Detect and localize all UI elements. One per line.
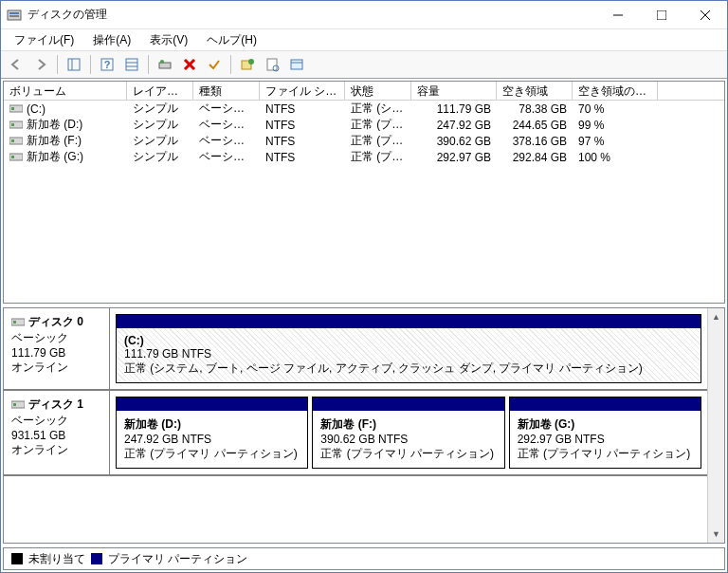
toolbar: ? [1,50,727,79]
partition-header-bar [117,315,701,328]
volume-cell: 292.97 GB [411,151,497,164]
disk-info[interactable]: ディスク 1ベーシック931.51 GBオンライン [4,391,110,474]
svg-rect-22 [291,60,302,69]
volume-cell: 97 % [573,135,658,148]
svg-point-15 [160,60,164,64]
svg-rect-27 [11,123,14,126]
partition-body: 新加卷 (G:)292.97 GB NTFS正常 (プライマリ パーティション) [510,411,701,468]
volume-cell: シンプル [127,101,193,117]
svg-rect-7 [68,59,80,70]
check-button[interactable] [203,53,226,76]
help-button[interactable]: ? [96,53,118,76]
volume-cell: NTFS [260,135,345,148]
column-header[interactable]: ファイル システム [260,82,345,100]
column-headers: ボリュームレイアウト種類ファイル システム状態容量空き領域空き領域の割... [4,82,724,101]
legend-bar: 未割り当て プライマリ パーティション [3,547,725,570]
volume-list-pane: ボリュームレイアウト種類ファイル システム状態容量空き領域空き領域の割... (… [3,81,725,304]
column-header[interactable]: 状態 [345,82,411,100]
svg-rect-35 [13,403,16,406]
volume-cell: NTFS [260,102,345,116]
column-header[interactable]: 種類 [193,82,260,100]
volume-cell: 正常 (プラ... [345,133,411,149]
svg-rect-1 [9,12,19,14]
svg-rect-20 [267,59,277,70]
minimize-button[interactable] [596,1,640,29]
svg-rect-11 [126,59,137,70]
volume-row[interactable]: 新加卷 (D:)シンプルベーシックNTFS正常 (プラ...247.92 GB2… [4,117,724,133]
back-button[interactable] [5,53,27,76]
partition-header-bar [117,397,307,411]
legend-unallocated-swatch [11,553,23,564]
maximize-button[interactable] [640,1,683,29]
column-header[interactable]: 空き領域の割... [573,82,658,100]
disk-graphical-pane: ディスク 0ベーシック111.79 GBオンライン(C:)111.79 GB N… [3,307,725,544]
disk-info[interactable]: ディスク 0ベーシック111.79 GBオンライン [4,308,110,389]
app-icon [7,8,22,23]
volume-cell: 244.65 GB [497,119,573,132]
properties-button[interactable] [261,53,283,76]
volume-rows: (C:)シンプルベーシックNTFS正常 (シス...111.79 GB78.38… [4,101,724,165]
volume-cell: ベーシック [193,133,260,149]
volume-cell: 390.62 GB [411,135,497,148]
svg-rect-33 [13,321,16,323]
disk-partitions: 新加卷 (D:)247.92 GB NTFS正常 (プライマリ パーティション)… [110,391,707,474]
action-button[interactable] [285,53,308,76]
vertical-scrollbar[interactable]: ▲ ▼ [707,308,724,543]
svg-rect-2 [9,15,19,17]
scroll-track[interactable] [708,325,724,526]
partition-box[interactable]: (C:)111.79 GB NTFS正常 (システム, ブート, ページ ファイ… [116,314,701,383]
disk-row: ディスク 1ベーシック931.51 GBオンライン新加卷 (D:)247.92 … [4,391,707,476]
volume-cell: シンプル [127,117,193,133]
svg-text:?: ? [104,59,111,70]
disk-area: ディスク 0ベーシック111.79 GBオンライン(C:)111.79 GB N… [4,308,707,543]
volume-row[interactable]: (C:)シンプルベーシックNTFS正常 (シス...111.79 GB78.38… [4,101,724,117]
column-header[interactable]: 容量 [411,82,497,100]
view-list-button[interactable] [120,53,143,76]
legend-primary-label: プライマリ パーティション [108,551,247,567]
volume-cell: 新加卷 (D:) [4,117,127,133]
svg-rect-4 [657,10,666,20]
volume-cell: 99 % [573,119,658,132]
volume-row[interactable]: 新加卷 (F:)シンプルベーシックNTFS正常 (プラ...390.62 GB3… [4,133,724,149]
column-header[interactable]: 空き領域 [497,82,573,100]
disk-partitions: (C:)111.79 GB NTFS正常 (システム, ブート, ページ ファイ… [110,308,707,389]
column-header[interactable]: ボリューム [4,82,127,100]
volume-row[interactable]: 新加卷 (G:)シンプルベーシックNTFS正常 (プラ...292.97 GB2… [4,149,724,165]
menu-action[interactable]: 操作(A) [83,30,140,50]
volume-cell: シンプル [127,149,193,165]
volume-cell: 70 % [573,102,658,116]
svg-point-19 [248,59,254,65]
partition-body: 新加卷 (D:)247.92 GB NTFS正常 (プライマリ パーティション) [117,411,307,468]
legend-primary-swatch [91,553,102,564]
show-hide-tree-button[interactable] [63,53,85,76]
legend-unallocated-label: 未割り当て [28,551,85,567]
titlebar[interactable]: ディスクの管理 [1,1,727,29]
volume-cell: ベーシック [193,117,260,133]
forward-button[interactable] [29,53,52,76]
column-header[interactable]: レイアウト [127,82,193,100]
menu-view[interactable]: 表示(V) [140,30,197,50]
volume-cell: 正常 (プラ... [345,117,411,133]
scroll-up-button[interactable]: ▲ [708,308,724,325]
refresh-button[interactable] [236,53,259,76]
svg-rect-25 [11,107,14,110]
volume-cell: シンプル [127,133,193,149]
volume-cell: 新加卷 (F:) [4,133,127,149]
scroll-down-button[interactable]: ▼ [708,526,724,543]
menu-help[interactable]: ヘルプ(H) [197,30,266,50]
partition-box[interactable]: 新加卷 (G:)292.97 GB NTFS正常 (プライマリ パーティション) [509,397,701,469]
disk-management-window: ディスクの管理 ファイル(F) 操作(A) 表示(V) ヘルプ(H) ? ボリュ… [0,0,728,573]
volume-cell: (C:) [4,102,127,116]
settings-button[interactable] [154,53,176,76]
partition-box[interactable]: 新加卷 (F:)390.62 GB NTFS正常 (プライマリ パーティション) [312,397,504,469]
toolbar-separator [57,55,58,74]
volume-cell: ベーシック [193,149,260,165]
partition-body: (C:)111.79 GB NTFS正常 (システム, ブート, ページ ファイ… [117,328,701,382]
close-button[interactable] [683,1,727,29]
delete-button[interactable] [178,53,201,76]
volume-cell: NTFS [260,151,345,164]
partition-box[interactable]: 新加卷 (D:)247.92 GB NTFS正常 (プライマリ パーティション) [116,397,308,469]
partition-header-bar [313,397,503,411]
menu-file[interactable]: ファイル(F) [5,30,83,50]
toolbar-separator [148,55,149,74]
